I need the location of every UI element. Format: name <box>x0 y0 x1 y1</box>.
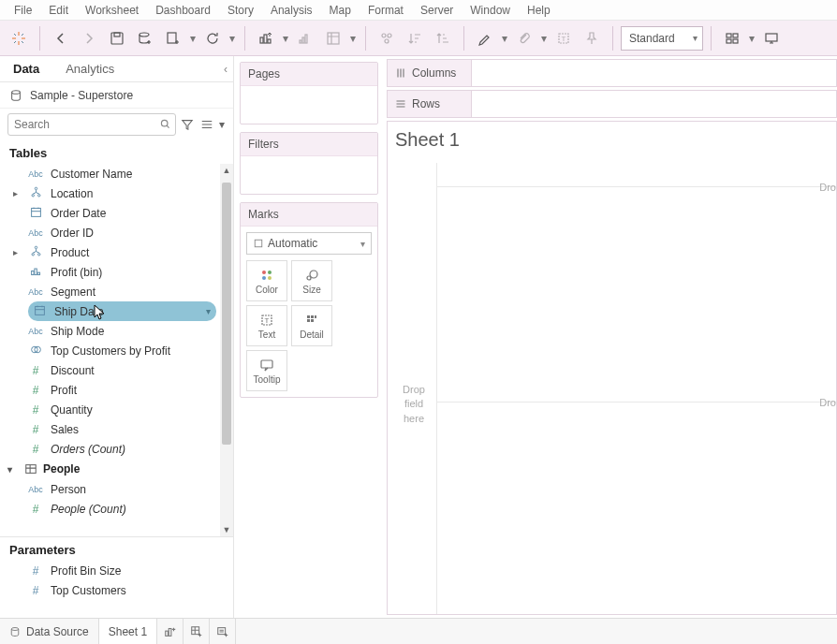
new-dashboard-tab[interactable] <box>184 619 210 644</box>
menu-file[interactable]: File <box>6 4 40 17</box>
show-me-button[interactable] <box>719 25 745 51</box>
tab-data-source[interactable]: Data Source <box>0 619 99 644</box>
field-product[interactable]: ▸Product <box>0 242 233 262</box>
new-datasource-button[interactable] <box>132 25 158 51</box>
pin-button[interactable] <box>579 25 605 51</box>
sort-desc-button[interactable] <box>402 25 428 51</box>
menu-bar: File Edit Worksheet Dashboard Story Anal… <box>0 0 837 21</box>
totals-button[interactable] <box>320 25 346 51</box>
mark-color-button[interactable]: Color <box>246 260 287 301</box>
back-button[interactable] <box>48 25 74 51</box>
scroll-thumb[interactable] <box>222 183 231 445</box>
field-order-date[interactable]: Order Date <box>0 203 233 223</box>
menu-map[interactable]: Map <box>321 4 360 17</box>
mark-size-button[interactable]: Size <box>291 260 332 301</box>
fields-list[interactable]: AbcCustomer Name▸LocationOrder DateAbcOr… <box>0 164 233 536</box>
tab-data[interactable]: Data <box>0 56 52 81</box>
field-order-id[interactable]: AbcOrder ID <box>0 223 233 242</box>
field-customer-name[interactable]: AbcCustomer Name <box>0 164 233 183</box>
swap-button[interactable] <box>253 25 279 51</box>
param-profit-bin-size[interactable]: #Profit Bin Size <box>0 561 233 580</box>
filter-fields-icon[interactable] <box>180 115 195 134</box>
svg-rect-48 <box>315 315 316 318</box>
scrollbar[interactable]: ▲ ▼ <box>220 164 233 536</box>
svg-text:T: T <box>265 316 270 325</box>
param-top-customers[interactable]: #Top Customers <box>0 580 233 600</box>
refresh-button[interactable] <box>199 25 226 51</box>
chevron-right-icon: ▸ <box>13 188 22 198</box>
field-discount[interactable]: #Discount <box>0 360 233 380</box>
scroll-down-icon[interactable]: ▼ <box>220 523 233 536</box>
menu-edit[interactable]: Edit <box>40 4 77 17</box>
field-person[interactable]: AbcPerson <box>0 479 233 499</box>
refresh-dropdown[interactable]: ▾ <box>228 32 237 45</box>
tableau-logo-icon[interactable] <box>6 25 32 51</box>
field-profit[interactable]: #Profit <box>0 380 233 400</box>
viz-canvas[interactable]: Sheet 1 Drop field here Dro Dro <box>387 121 837 615</box>
svg-rect-56 <box>217 627 225 634</box>
tab-analytics[interactable]: Analytics <box>52 56 127 81</box>
field-ship-mode[interactable]: AbcShip Mode <box>0 321 233 341</box>
new-worksheet-tab[interactable] <box>157 619 184 644</box>
field-top-customers-by-profit[interactable]: Top Customers by Profit <box>0 341 233 360</box>
field-quantity[interactable]: #Quantity <box>0 400 233 419</box>
tab-sheet-1[interactable]: Sheet 1 <box>99 619 157 644</box>
svg-rect-19 <box>733 39 738 43</box>
group-people[interactable]: ▾ People <box>0 459 233 479</box>
search-input[interactable] <box>7 113 176 136</box>
view-fields-icon[interactable] <box>198 115 213 134</box>
sort-asc2-button[interactable] <box>430 25 456 51</box>
totals-dropdown[interactable]: ▾ <box>348 32 358 45</box>
marks-type-select[interactable]: Automatic <box>246 232 372 255</box>
forward-button[interactable] <box>76 25 102 51</box>
show-me-dropdown[interactable]: ▾ <box>747 32 756 45</box>
menu-story[interactable]: Story <box>219 4 262 17</box>
menu-worksheet[interactable]: Worksheet <box>77 4 147 17</box>
scroll-up-icon[interactable]: ▲ <box>220 164 233 177</box>
label-button[interactable]: T <box>551 25 577 51</box>
highlight-dropdown[interactable]: ▾ <box>500 32 509 45</box>
field-sales[interactable]: #Sales <box>0 419 233 439</box>
parameters-header: Parameters <box>0 537 233 561</box>
new-worksheet-dropdown[interactable]: ▾ <box>188 32 198 45</box>
field-orders-count-[interactable]: #Orders (Count) <box>0 439 233 459</box>
datasource-row[interactable]: Sample - Superstore <box>0 82 233 109</box>
columns-shelf[interactable]: Columns <box>387 59 837 87</box>
mark-text-button[interactable]: TText <box>246 305 287 346</box>
attach-dropdown[interactable]: ▾ <box>539 32 549 45</box>
presentation-button[interactable] <box>758 25 785 51</box>
attach-button[interactable] <box>511 25 537 51</box>
svg-point-52 <box>11 627 19 630</box>
rows-label: Rows <box>412 97 440 110</box>
field-segment[interactable]: AbcSegment <box>0 282 233 301</box>
rows-shelf[interactable]: Rows <box>387 90 837 118</box>
menu-window[interactable]: Window <box>462 4 519 17</box>
view-fields-dropdown[interactable]: ▾ <box>218 115 226 134</box>
fit-mode-select[interactable]: Standard <box>621 26 703 51</box>
save-button[interactable] <box>104 25 130 51</box>
field-location[interactable]: ▸Location <box>0 183 233 203</box>
menu-analysis[interactable]: Analysis <box>262 4 321 17</box>
sheet-title[interactable]: Sheet 1 <box>395 129 460 151</box>
mark-tooltip-button[interactable]: Tooltip <box>246 350 287 391</box>
menu-server[interactable]: Server <box>412 4 462 17</box>
svg-rect-30 <box>31 271 33 275</box>
swap-dropdown[interactable]: ▾ <box>281 32 290 45</box>
menu-help[interactable]: Help <box>519 4 559 17</box>
highlight-button[interactable] <box>472 25 498 51</box>
new-worksheet-button[interactable] <box>160 25 186 51</box>
svg-rect-51 <box>261 360 272 368</box>
sheet-tabs-bar: Data Source Sheet 1 <box>0 618 837 644</box>
group-button[interactable] <box>374 25 400 51</box>
filters-shelf[interactable]: Filters <box>240 132 378 195</box>
field-ship-date[interactable]: Ship Date <box>28 301 216 321</box>
menu-format[interactable]: Format <box>360 4 412 17</box>
pages-shelf[interactable]: Pages <box>240 62 378 124</box>
collapse-panel-icon[interactable]: ‹ <box>224 63 228 76</box>
mark-detail-button[interactable]: Detail <box>291 305 332 346</box>
new-story-tab[interactable] <box>210 619 236 644</box>
field-people-count-[interactable]: #People (Count) <box>0 499 233 519</box>
field-profit-bin-[interactable]: Profit (bin) <box>0 262 233 282</box>
menu-dashboard[interactable]: Dashboard <box>147 4 219 17</box>
sort-asc-button[interactable] <box>292 25 318 51</box>
